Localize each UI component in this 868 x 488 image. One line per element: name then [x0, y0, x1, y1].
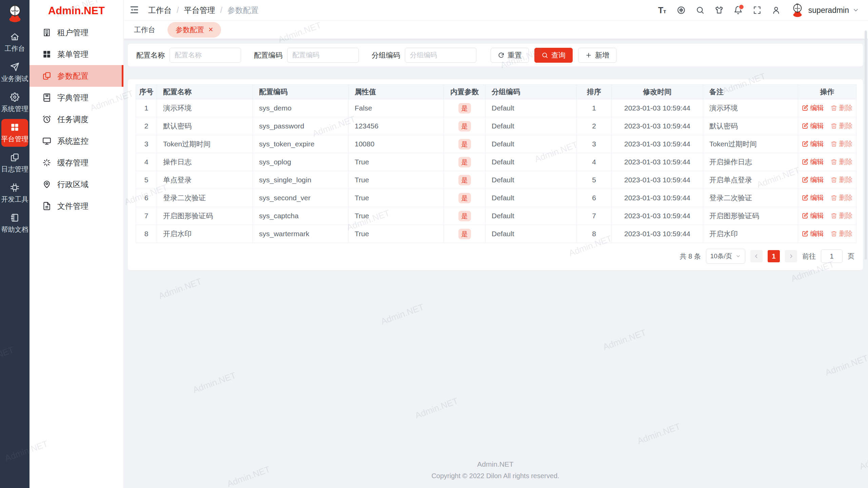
current-page-button[interactable]: 1 — [768, 250, 780, 262]
table-cell: sys_wartermark — [253, 225, 349, 243]
edit-button[interactable]: 编辑 — [802, 121, 824, 130]
rail-item-platform-admin[interactable]: 平台管理 — [1, 119, 28, 147]
filter-groups: 配置名称配置编码分组编码 — [136, 48, 489, 63]
delete-button[interactable]: 删除 — [831, 211, 853, 220]
edit-button[interactable]: 编辑 — [802, 103, 824, 113]
sidebar-item-region[interactable]: 行政区域 — [29, 174, 123, 195]
table-cell: 开启图形验证码 — [157, 207, 253, 225]
sidebar-item-monitor[interactable]: 系统监控 — [29, 130, 123, 152]
sidebar-item-task[interactable]: 任务调度 — [29, 108, 123, 130]
sidebar-item-label: 字典管理 — [57, 93, 88, 103]
table-cell: 2023-01-03 10:59:44 — [612, 189, 703, 207]
prev-page-button[interactable] — [750, 250, 763, 262]
edit-button[interactable]: 编辑 — [802, 139, 824, 148]
edit-button[interactable]: 编辑 — [802, 193, 824, 202]
scrollbar-thumb[interactable] — [865, 30, 867, 260]
table-row: 8开启水印sys_wartermarkTrue是Default82023-01-… — [136, 225, 856, 243]
config-name-input[interactable] — [170, 48, 241, 63]
add-button[interactable]: 新增 — [578, 48, 616, 63]
grid-icon — [10, 123, 19, 132]
tab-bar: 工作台参数配置× — [124, 21, 868, 39]
config-code-input[interactable] — [287, 48, 359, 63]
file-icon — [42, 202, 51, 210]
edit-icon — [802, 141, 808, 147]
footer-copyright: Copyright © 2022 Dilon All rights reserv… — [127, 472, 863, 480]
notification-bell-icon[interactable] — [733, 5, 743, 15]
group-code-input[interactable] — [405, 48, 476, 63]
rail-item-help-docs[interactable]: 帮助文档 — [1, 209, 28, 237]
rail-item-label: 系统管理 — [1, 104, 28, 114]
app: 工作台业务测试系统管理平台管理日志管理开发工具帮助文档 Admin.NET 租户… — [0, 0, 868, 488]
table-row: 5单点登录sys_single_loginTrue是Default52023-0… — [136, 171, 856, 189]
rail-item-business-test[interactable]: 业务测试 — [1, 59, 28, 86]
builtin-tag: 是 — [458, 175, 471, 185]
filter-label: 配置编码 — [254, 50, 282, 60]
sidebar-item-file[interactable]: 文件管理 — [29, 195, 123, 217]
gear-icon — [10, 93, 19, 102]
delete-button[interactable]: 删除 — [831, 157, 853, 166]
edit-icon — [802, 230, 808, 237]
table-card: 序号配置名称配置编码属性值内置参数分组编码排序修改时间备注操作 1演示环境sys… — [127, 79, 863, 270]
rail-item-system-admin[interactable]: 系统管理 — [1, 89, 28, 117]
sidebar-item-menu[interactable]: 菜单管理 — [29, 43, 123, 65]
search-form-card: 配置名称配置编码分组编码 重置 查询 新增 — [127, 43, 863, 67]
table-cell: 2023-01-03 10:59:44 — [612, 99, 703, 117]
edit-button[interactable]: 编辑 — [802, 157, 824, 166]
table-row: 2默认密码sys_password123456是Default22023-01-… — [136, 117, 856, 135]
user-profile-icon[interactable] — [771, 5, 781, 15]
font-size-icon[interactable]: Tт — [657, 5, 667, 15]
theme-shirt-icon[interactable] — [714, 5, 724, 15]
tab-工作台[interactable]: 工作台 — [134, 25, 155, 35]
table-cell: sys_demo — [253, 99, 349, 117]
monitor-icon — [42, 137, 51, 145]
delete-button[interactable]: 删除 — [831, 229, 853, 238]
page-size-select[interactable]: 10条/页 — [706, 249, 745, 264]
sidebar-item-config[interactable]: 参数配置 — [29, 65, 123, 87]
delete-button[interactable]: 删除 — [831, 193, 853, 202]
trash-icon — [831, 177, 837, 183]
chevron-down-icon — [735, 253, 741, 259]
rail-item-label: 帮助文档 — [1, 225, 28, 234]
delete-button[interactable]: 删除 — [831, 175, 853, 184]
delete-button[interactable]: 删除 — [831, 139, 853, 148]
table-cell: Default — [486, 207, 577, 225]
breadcrumb-item[interactable]: 平台管理 — [184, 5, 215, 16]
tab-参数配置[interactable]: 参数配置× — [167, 22, 221, 38]
table-cell: 8 — [577, 225, 612, 243]
sidebar-item-tenant[interactable]: 租户管理 — [29, 22, 123, 43]
rail-item-workbench[interactable]: 工作台 — [1, 28, 28, 56]
delete-button[interactable]: 删除 — [831, 103, 853, 113]
breadcrumb-item[interactable]: 工作台 — [148, 5, 172, 16]
table-cell: True — [349, 189, 444, 207]
sidebar-item-cache[interactable]: 缓存管理 — [29, 152, 123, 174]
search-icon[interactable] — [695, 5, 705, 15]
sidebar-item-dict[interactable]: 字典管理 — [29, 87, 123, 108]
rail-item-dev-tools[interactable]: 开发工具 — [1, 179, 28, 207]
table-cell: 开启图形验证码 — [703, 207, 798, 225]
edit-button[interactable]: 编辑 — [802, 211, 824, 220]
sidebar-item-label: 行政区域 — [57, 179, 88, 190]
table-header-row: 序号配置名称配置编码属性值内置参数分组编码排序修改时间备注操作 — [136, 85, 856, 99]
user-menu[interactable]: superadmin — [790, 3, 859, 18]
table-cell: 2023-01-03 10:59:44 — [612, 207, 703, 225]
table-cell: sys_single_login — [253, 171, 349, 189]
language-icon[interactable] — [676, 5, 686, 15]
edit-button[interactable]: 编辑 — [802, 175, 824, 184]
rail-item-log-admin[interactable]: 日志管理 — [1, 149, 28, 177]
close-icon[interactable]: × — [209, 26, 213, 34]
next-page-button[interactable] — [785, 250, 797, 262]
table-row: 1演示环境sys_demoFalse是Default12023-01-03 10… — [136, 99, 856, 117]
filter-label: 配置名称 — [136, 50, 165, 60]
table-cell: 登录二次验证 — [157, 189, 253, 207]
query-button[interactable]: 查询 — [534, 48, 573, 63]
reset-button[interactable]: 重置 — [491, 48, 529, 63]
goto-page-input[interactable] — [821, 249, 843, 263]
table-cell: 2 — [577, 117, 612, 135]
edit-button[interactable]: 编辑 — [802, 229, 824, 238]
delete-button[interactable]: 删除 — [831, 121, 853, 130]
sidebar-item-label: 参数配置 — [57, 71, 88, 81]
fullscreen-icon[interactable] — [752, 5, 762, 15]
filter-group-config-code: 配置编码 — [254, 48, 359, 63]
collapse-menu-icon[interactable] — [129, 5, 140, 16]
book-icon — [42, 93, 51, 102]
